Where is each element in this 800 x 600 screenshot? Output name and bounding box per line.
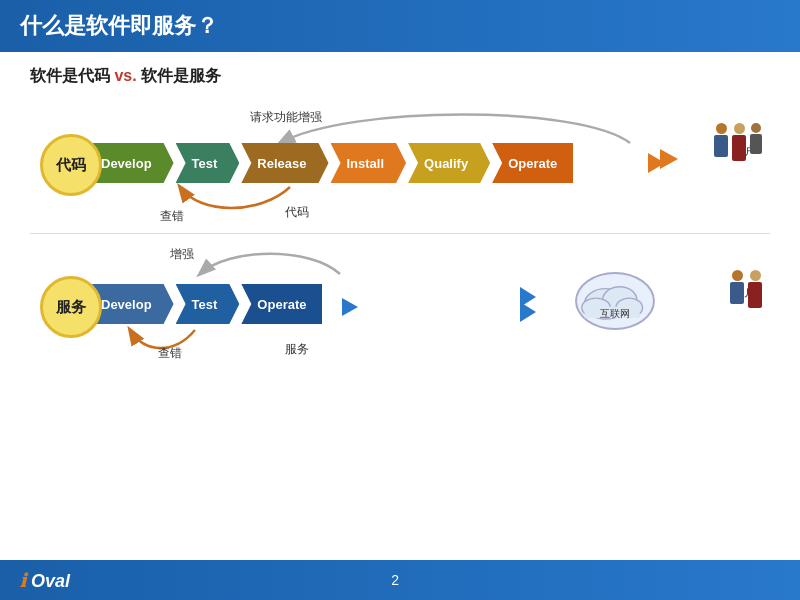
step-operate-top: Operate — [492, 143, 573, 183]
person-head-b1 — [732, 270, 743, 281]
subtitle-text2: 软件是服务 — [141, 67, 221, 84]
label-chacuo-top: 查错 — [160, 208, 184, 225]
person-3 — [750, 123, 762, 161]
footer: 𝐢 Oval 2 — [0, 560, 800, 600]
svg-marker-0 — [648, 153, 665, 173]
footer-logo: 𝐢 Oval — [20, 569, 70, 592]
svg-marker-3 — [520, 287, 536, 307]
header: 什么是软件即服务？ — [0, 0, 800, 52]
label-chacuo-bottom: 查错 — [158, 345, 182, 362]
label-request: 请求功能增强 — [250, 109, 322, 126]
bottom-diagram: 服务 Develop Test Operate 互联网 增强 查错 服务 用户 — [30, 242, 770, 372]
person-body-2 — [732, 135, 746, 161]
step-install: Install — [331, 143, 407, 183]
label-fuwu: 服务 — [285, 341, 309, 358]
person-body-b1 — [730, 282, 744, 304]
label-zengqiang: 增强 — [170, 246, 194, 263]
step-release: Release — [241, 143, 328, 183]
person-head-3 — [751, 123, 761, 133]
step-qualify: Qualify — [408, 143, 490, 183]
step-test-bottom: Test — [176, 284, 240, 324]
top-diagram: 代码 Develop Test Release Install Qualify … — [30, 105, 770, 225]
person-2 — [732, 123, 746, 161]
page-title: 什么是软件即服务？ — [20, 11, 218, 41]
svg-marker-1 — [660, 149, 678, 169]
svg-marker-2 — [342, 298, 358, 316]
cloud-svg: 互联网 — [577, 272, 653, 330]
section-divider — [30, 233, 770, 234]
footer-page: 2 — [391, 572, 399, 588]
svg-text:互联网: 互联网 — [600, 308, 630, 319]
subtitle-vs: vs. — [114, 67, 136, 84]
person-body-b2 — [748, 282, 762, 308]
svg-marker-4 — [520, 302, 536, 322]
internet-cloud: 互联网 — [575, 272, 655, 330]
top-bubble: 代码 — [40, 134, 102, 196]
people-icons-top — [714, 123, 762, 161]
person-head-b2 — [750, 270, 761, 281]
person-head-2 — [734, 123, 745, 134]
subtitle: 软件是代码 vs. 软件是服务 — [30, 66, 770, 87]
people-top — [714, 123, 762, 161]
top-pipeline: Develop Test Release Install Qualify Ope… — [85, 143, 573, 183]
main-content: 软件是代码 vs. 软件是服务 代码 — [0, 52, 800, 560]
subtitle-text1: 软件是代码 — [30, 67, 110, 84]
logo-icon: 𝐢 — [20, 569, 26, 591]
person-body-3 — [750, 134, 762, 154]
people-bottom — [730, 270, 762, 308]
logo-text: Oval — [31, 571, 70, 591]
bottom-pipeline: Develop Test Operate — [85, 284, 322, 324]
step-test-top: Test — [176, 143, 240, 183]
bottom-bubble: 服务 — [40, 276, 102, 338]
step-operate-bottom: Operate — [241, 284, 322, 324]
person-1 — [714, 123, 728, 161]
person-body-1 — [714, 135, 728, 157]
person-head-1 — [716, 123, 727, 134]
label-code-bottom: 代码 — [285, 204, 309, 221]
person-b2 — [748, 270, 762, 308]
person-b1 — [730, 270, 744, 308]
